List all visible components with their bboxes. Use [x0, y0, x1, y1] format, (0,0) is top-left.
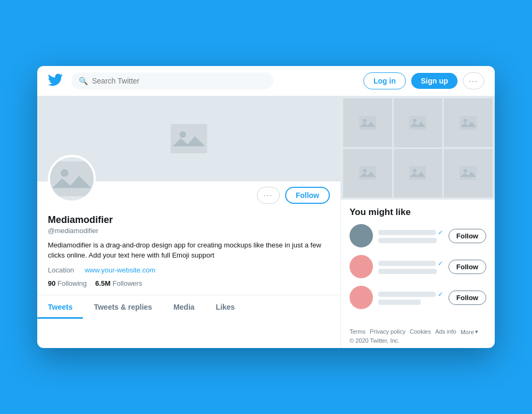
media-cell-3[interactable]	[444, 98, 493, 147]
suggest-info-3: ✓	[378, 291, 443, 305]
footer-adsinfo-link[interactable]: Ads info	[435, 328, 456, 335]
search-input[interactable]	[92, 77, 266, 85]
svg-rect-10	[359, 167, 376, 180]
svg-point-3	[61, 169, 69, 177]
twitter-logo	[48, 72, 63, 89]
cover-placeholder	[170, 124, 207, 153]
profile-handle: @mediamodifier	[48, 227, 330, 235]
svg-rect-12	[409, 167, 426, 180]
footer-copyright: © 2020 Twitter, Inc.	[350, 337, 486, 344]
svg-point-1	[179, 131, 186, 138]
footer-privacy-link[interactable]: Privacy policy	[370, 328, 405, 335]
suggest-item-3: ✓ Follow	[350, 286, 486, 309]
avatar	[48, 155, 96, 203]
profile-meta: Location www.your-website.com	[48, 266, 330, 274]
media-cell-5[interactable]	[394, 149, 443, 198]
suggest-item-2: ✓ Follow	[350, 255, 486, 278]
footer-links: Terms Privacy policy Cookies Ads info Mo…	[350, 328, 486, 335]
follow-button-main[interactable]: Follow	[285, 187, 330, 204]
media-cell-1[interactable]	[343, 98, 392, 147]
svg-point-15	[464, 169, 467, 172]
suggest-name-placeholder-2	[378, 261, 436, 266]
suggest-avatar-2	[350, 255, 373, 278]
more-options-button[interactable]: ···	[463, 72, 484, 89]
footer-more-link[interactable]: More ▾	[461, 328, 478, 335]
suggest-item-1: ✓ Follow	[350, 224, 486, 247]
verified-icon-2: ✓	[438, 260, 443, 267]
suggest-name-placeholder-3	[378, 292, 436, 297]
search-bar[interactable]: 🔍	[71, 72, 273, 89]
signup-button[interactable]: Sign up	[411, 73, 458, 89]
right-sidebar: You might like ✓ Follow	[340, 96, 495, 348]
nav-bar: 🔍 Log in Sign up ···	[37, 66, 495, 96]
you-might-like-section: You might like ✓ Follow	[341, 200, 495, 324]
suggest-name-row-2: ✓	[378, 260, 443, 267]
suggest-name-placeholder-1	[378, 230, 436, 235]
svg-rect-2	[50, 161, 94, 196]
suggest-name-row-1: ✓	[378, 229, 443, 236]
main-layout: ··· Follow Mediamodifier @mediamodifier …	[37, 96, 495, 348]
login-button[interactable]: Log in	[363, 72, 406, 89]
profile-location: Location	[48, 266, 74, 274]
suggest-handle-placeholder-2	[378, 269, 437, 274]
media-cell-6[interactable]	[444, 149, 493, 198]
svg-rect-8	[460, 116, 477, 130]
suggest-name-row-3: ✓	[378, 291, 443, 298]
browser-window: 🔍 Log in Sign up ···	[37, 66, 495, 348]
search-icon: 🔍	[79, 77, 88, 85]
suggest-handle-placeholder-1	[378, 238, 437, 243]
profile-name: Mediamodifier	[48, 214, 330, 226]
suggest-avatar-3	[350, 286, 373, 309]
svg-rect-0	[171, 124, 207, 153]
follow-button-2[interactable]: Follow	[448, 260, 486, 274]
verified-icon-1: ✓	[438, 229, 443, 236]
svg-rect-14	[460, 167, 477, 180]
profile-website[interactable]: www.your-website.com	[85, 266, 155, 274]
ellipsis-button[interactable]: ···	[257, 187, 280, 204]
profile-section: ··· Follow Mediamodifier @mediamodifier …	[37, 96, 340, 348]
tab-likes[interactable]: Likes	[205, 295, 246, 319]
tab-tweets-replies[interactable]: Tweets & replies	[83, 295, 162, 319]
footer-cookies-link[interactable]: Cookies	[410, 328, 431, 335]
follow-button-3[interactable]: Follow	[448, 291, 486, 305]
svg-point-7	[413, 119, 417, 122]
suggest-info-1: ✓	[378, 229, 443, 243]
svg-point-9	[464, 119, 467, 122]
svg-point-5	[363, 119, 366, 122]
media-cell-4[interactable]	[343, 149, 392, 198]
verified-icon-3: ✓	[438, 291, 443, 298]
profile-info-area: Mediamodifier @mediamodifier Mediamodifi…	[37, 208, 340, 287]
profile-stats: 90 Following 6.5M Followers	[48, 279, 330, 287]
media-grid	[341, 96, 495, 200]
followers-stat[interactable]: 6.5M Followers	[95, 279, 142, 287]
media-cell-2[interactable]	[394, 98, 443, 147]
suggest-handle-placeholder-3	[378, 300, 421, 305]
profile-bio: Mediamodifier is a drag-and-drop design …	[48, 240, 330, 261]
svg-rect-4	[359, 116, 376, 130]
suggest-avatar-1	[350, 224, 373, 247]
you-might-like-title: You might like	[350, 207, 486, 218]
sidebar-footer: Terms Privacy policy Cookies Ads info Mo…	[341, 324, 495, 348]
suggest-info-2: ✓	[378, 260, 443, 274]
tab-tweets[interactable]: Tweets	[37, 295, 83, 319]
following-stat[interactable]: 90 Following	[48, 279, 87, 287]
svg-rect-6	[409, 116, 426, 130]
tab-media[interactable]: Media	[163, 295, 205, 319]
profile-tabs: Tweets Tweets & replies Media Likes	[37, 295, 340, 319]
footer-terms-link[interactable]: Terms	[350, 328, 365, 335]
svg-point-13	[413, 169, 417, 172]
nav-actions: Log in Sign up ···	[363, 72, 484, 89]
svg-point-11	[363, 169, 366, 172]
follow-button-1[interactable]: Follow	[448, 229, 486, 243]
